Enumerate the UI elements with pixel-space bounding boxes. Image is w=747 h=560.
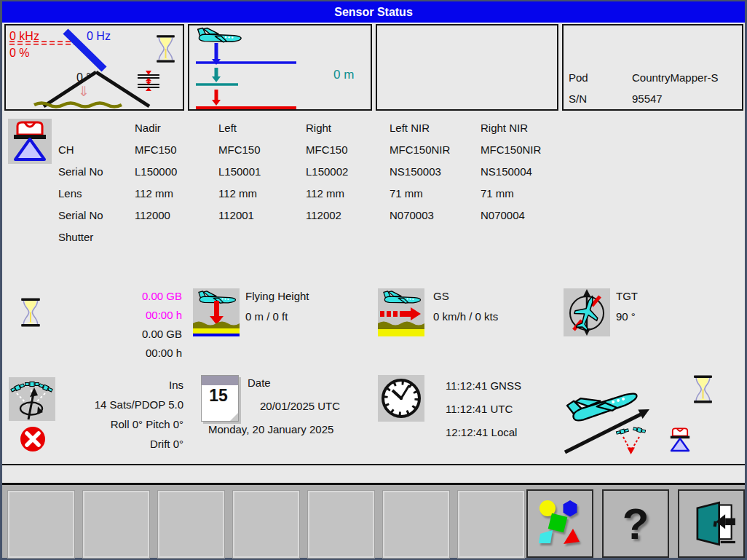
camera-cell: 112002 xyxy=(306,209,390,221)
ground-speed-value: 0 km/h / 0 kts xyxy=(433,310,498,323)
pod-info-panel: Pod CountryMapper-S S/N 95547 xyxy=(562,24,743,111)
time-local: 12:12:41 Local xyxy=(446,421,521,444)
scanner-scan-rate: 0 Hz xyxy=(87,29,111,43)
shapes-button[interactable] xyxy=(526,489,593,558)
calendar-icon: 15 xyxy=(201,375,239,422)
camera-col-header: Right NIR xyxy=(481,122,568,134)
flying-height-label: Flying Height xyxy=(245,290,309,303)
ground-speed-label: GS xyxy=(433,290,449,303)
storage-total-time: 00:00 h xyxy=(87,344,182,363)
time-gnss: 11:12:41 GNSS xyxy=(446,374,521,398)
ins-readout: Ins 14 Sats/PDOP 5.0 Roll 0° Pitch 0° Dr… xyxy=(44,375,183,454)
camera-col-header: Right xyxy=(306,122,390,134)
line-spacing-icon xyxy=(136,71,161,91)
toolbar: ? xyxy=(2,485,745,558)
date-utc: 20/01/2025 UTC xyxy=(260,400,340,413)
camera-cell: 112 mm xyxy=(306,187,390,200)
tgt-label: TGT xyxy=(616,290,638,303)
help-button[interactable]: ? xyxy=(602,489,669,558)
storage-readout: 0.00 GB 00:00 h 0.00 GB 00:00 h xyxy=(87,287,182,363)
tgt-heading-icon xyxy=(564,288,610,336)
camera-cell: L150001 xyxy=(218,165,306,178)
altitude-panel: 0 m xyxy=(188,24,372,111)
camera-cell: MFC150 xyxy=(135,143,218,156)
camera-cell: 71 mm xyxy=(481,187,568,200)
storage-remaining-gb: 0.00 GB xyxy=(87,287,182,306)
toolbar-button-empty-6[interactable] xyxy=(383,491,449,558)
scanner-fov: 0 ° xyxy=(76,71,91,84)
toolbar-button-empty-4[interactable] xyxy=(233,491,299,558)
camera-col-header: Left NIR xyxy=(390,122,481,134)
clock-icon xyxy=(378,375,424,422)
sensor-status-screen: Sensor Status 0 kHz 0 % 0 Hz 0 ° ⇓ xyxy=(0,0,747,560)
status-bar xyxy=(2,465,745,483)
camera-cell: 71 mm xyxy=(390,187,481,200)
fov-cone-icon xyxy=(44,72,149,106)
exit-door-icon xyxy=(687,498,736,549)
hourglass-icon xyxy=(154,34,177,63)
toolbar-button-empty-5[interactable] xyxy=(308,491,374,558)
camera-col-header: Nadir xyxy=(135,122,218,134)
exit-button[interactable] xyxy=(678,489,745,558)
help-icon: ? xyxy=(622,499,649,549)
ground-line-icon xyxy=(34,103,122,107)
title-bar: Sensor Status xyxy=(2,1,745,23)
tgt-value: 90 ° xyxy=(616,310,636,323)
date-long: Monday, 20 January 2025 xyxy=(208,423,333,436)
camera-row-label: Lens xyxy=(58,187,135,200)
camera-row-label: Shutter xyxy=(58,231,135,243)
time-utc: 11:12:41 UTC xyxy=(446,398,521,421)
toolbar-button-empty-3[interactable] xyxy=(158,491,224,558)
camera-row-label: Serial No xyxy=(58,209,135,221)
camera-cell: 112001 xyxy=(218,209,306,221)
pod-sn-label: S/N xyxy=(569,92,587,106)
scanner-duty-cycle: 0 % xyxy=(9,46,30,60)
ground-speed-icon xyxy=(378,288,424,336)
camera-cell: N070003 xyxy=(390,209,481,221)
gnss-drop-icon xyxy=(615,425,648,457)
camera-row-label: CH xyxy=(58,143,135,156)
calendar-day: 15 xyxy=(202,386,235,406)
toolbar-button-empty-2[interactable] xyxy=(83,491,149,558)
pod-label: Pod xyxy=(569,71,588,84)
flying-height-icon xyxy=(193,288,240,336)
ins-drift: Drift 0° xyxy=(44,434,183,454)
aux-panel-empty xyxy=(376,24,558,111)
error-x-icon xyxy=(20,426,46,452)
date-label: Date xyxy=(248,376,271,390)
storage-remaining-time: 00:00 h xyxy=(87,306,182,325)
camera-cell: MFC150 xyxy=(306,143,390,156)
camera-cell: L150000 xyxy=(135,165,218,178)
camera-cell: MFC150NIR xyxy=(481,143,568,156)
camera-cell: MFC150NIR xyxy=(390,143,481,156)
ins-roll-pitch: Roll 0° Pitch 0° xyxy=(44,414,183,434)
camera-row-label: Serial No xyxy=(58,165,135,178)
pod-name: CountryMapper-S xyxy=(632,71,718,84)
camera-cell: L150002 xyxy=(306,165,390,178)
camera-col-header: Left xyxy=(218,122,306,134)
ins-sats: 14 Sats/PDOP 5.0 xyxy=(44,395,183,414)
flying-height-value: 0 m / 0 ft xyxy=(245,310,288,323)
camera-cell: NS150004 xyxy=(481,165,568,178)
hourglass-icon xyxy=(19,297,42,328)
camera-cell: NS150003 xyxy=(390,165,481,178)
camera-table: Nadir Left Right Left NIR Right NIR CH M… xyxy=(58,117,568,248)
ins-label: Ins xyxy=(44,375,183,395)
page-title: Sensor Status xyxy=(334,6,413,19)
toolbar-button-empty-7[interactable] xyxy=(458,491,524,558)
altitude-agl-value: 0 m xyxy=(333,68,354,82)
hourglass-icon xyxy=(692,374,714,404)
pod-sn-value: 95547 xyxy=(632,92,663,106)
toolbar-button-empty-1[interactable] xyxy=(8,491,74,558)
camera-cell: 112 mm xyxy=(218,187,306,200)
camera-cell: 112 mm xyxy=(135,187,218,200)
camera-cell: 112000 xyxy=(135,209,218,221)
shapes-icon xyxy=(535,497,585,550)
camera-cell: MFC150 xyxy=(218,143,306,156)
camera-icon xyxy=(7,119,53,164)
camera-cell: N070004 xyxy=(481,209,568,221)
storage-total-gb: 0.00 GB xyxy=(87,325,182,344)
scanner-panel: 0 kHz 0 % 0 Hz 0 ° ⇓ xyxy=(4,24,184,111)
scanner-pulse-rate: 0 kHz xyxy=(9,29,39,43)
aircraft-icon xyxy=(198,28,242,42)
